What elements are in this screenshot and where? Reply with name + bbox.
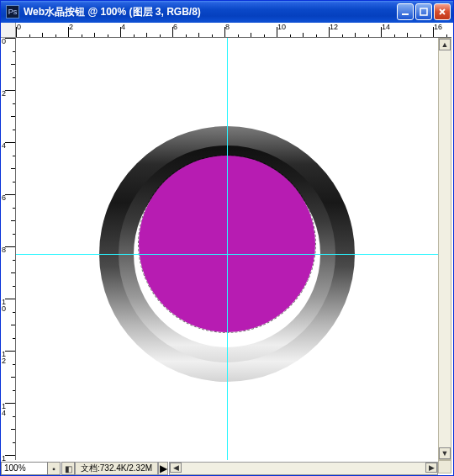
ruler-origin-corner[interactable]	[1, 23, 16, 38]
titlebar[interactable]: Ps Web水晶按钮 @ 100% (图层 3, RGB/8)	[1, 1, 453, 23]
status-segment-icon[interactable]: ◧	[61, 462, 75, 475]
horizontal-guide[interactable]	[16, 254, 438, 255]
vertical-guide[interactable]	[227, 38, 228, 460]
resize-grip[interactable]	[438, 460, 451, 473]
status-bar: ▪ ◧ 文档: 732.4K/2.32M ▶ ◀ ▶	[46, 462, 438, 475]
workspace: 0246810121416 0246810121416 ▲ ▼ 100% ▪ ◧…	[1, 23, 453, 475]
svg-rect-1	[420, 8, 427, 15]
maximize-button[interactable]	[415, 3, 432, 20]
scroll-down-arrow-icon[interactable]: ▼	[439, 447, 451, 459]
status-menu-arrow-icon[interactable]: ▶	[158, 462, 168, 475]
close-button[interactable]	[434, 3, 451, 20]
zoom-level-field[interactable]: 100%	[1, 462, 50, 475]
horizontal-ruler[interactable]: 0246810121416	[16, 23, 451, 38]
horizontal-scrollbar[interactable]: ◀ ▶	[169, 462, 438, 475]
vertical-ruler[interactable]: 0246810121416	[1, 38, 16, 460]
window-title: Web水晶按钮 @ 100% (图层 3, RGB/8)	[24, 5, 397, 19]
vertical-scrollbar[interactable]: ▲ ▼	[438, 38, 451, 460]
svg-rect-0	[402, 13, 409, 15]
document-window: Ps Web水晶按钮 @ 100% (图层 3, RGB/8) 02468101…	[0, 0, 454, 476]
canvas[interactable]	[16, 38, 438, 460]
scroll-up-arrow-icon[interactable]: ▲	[439, 39, 451, 50]
doc-info[interactable]: 文档: 732.4K/2.32M	[75, 462, 158, 475]
minimize-button[interactable]	[397, 3, 414, 20]
doc-label: 文档:	[81, 463, 100, 474]
app-icon: Ps	[6, 5, 19, 19]
scroll-right-arrow-icon[interactable]: ▶	[425, 463, 437, 473]
status-segment-icon[interactable]: ▪	[47, 462, 61, 475]
scroll-left-arrow-icon[interactable]: ◀	[170, 463, 182, 473]
doc-size: 732.4K/2.32M	[100, 463, 152, 474]
